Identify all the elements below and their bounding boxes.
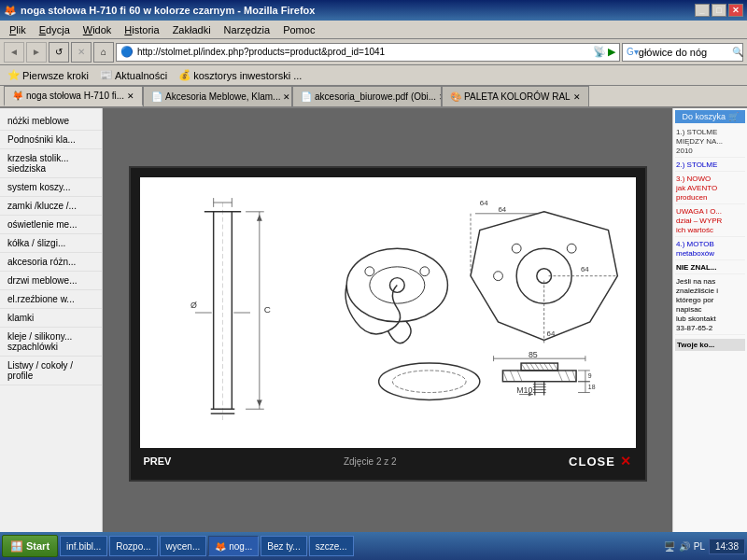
bookmark-label: kosztorys inwestorski ... bbox=[193, 70, 302, 81]
sidebar-item-el[interactable]: el.rzeźbione w... bbox=[0, 290, 102, 309]
clock: 14:38 bbox=[709, 539, 745, 554]
tab-icon: 📄 bbox=[301, 91, 312, 102]
svg-point-26 bbox=[512, 244, 521, 253]
window-title: noga stołowa H-710 fi 60 w kolorze czarn… bbox=[21, 5, 315, 16]
bookmark-aktualnosci[interactable]: 📰 Aktualności bbox=[96, 68, 171, 82]
taskbar-noga[interactable]: 🦊 nog... bbox=[208, 536, 259, 556]
search-bar[interactable]: G▾ 🔍 bbox=[622, 43, 743, 62]
svg-point-39 bbox=[392, 371, 466, 393]
address-text: http://stolmet.pl/index.php?products=pro… bbox=[137, 47, 385, 57]
taskbar-szcze[interactable]: szcze... bbox=[309, 536, 354, 556]
money-icon: 💰 bbox=[178, 69, 191, 81]
svg-point-21 bbox=[364, 267, 374, 276]
right-item-3: 3.) NOWOjak AVENTOproducen bbox=[675, 172, 745, 204]
menu-file[interactable]: Plik bbox=[4, 22, 32, 37]
tab-akcesoria[interactable]: 📄 Akcesoria Meblowe, Klam... ✕ bbox=[143, 86, 292, 106]
start-label: Start bbox=[26, 540, 49, 552]
menubar: Plik Edycja Widok Historia Zakładki Narz… bbox=[0, 21, 747, 39]
address-bar[interactable]: 🔵 http://stolmet.pl/index.php?products=p… bbox=[116, 43, 620, 62]
twoje-ko: Twoje ko... bbox=[675, 339, 745, 351]
menu-bookmarks[interactable]: Zakładki bbox=[167, 22, 217, 37]
tab-close-button[interactable]: ✕ bbox=[127, 91, 134, 101]
sidebar-item-zamki[interactable]: zamki /klucze /... bbox=[0, 197, 102, 216]
taskbar-wycen[interactable]: wycen... bbox=[160, 536, 207, 556]
tab-noga[interactable]: 🦊 noga stołowa H-710 fi... ✕ bbox=[4, 86, 143, 106]
tab-label: noga stołowa H-710 fi... bbox=[26, 91, 124, 101]
right-item-info: Jeśli na nasznaleźliście iktórego pornap… bbox=[675, 274, 745, 335]
sidebar-item-system[interactable]: system koszy... bbox=[0, 178, 102, 197]
maximize-button[interactable]: □ bbox=[712, 4, 726, 17]
search-input[interactable] bbox=[639, 47, 732, 58]
bookmarks-bar: ⭐ Pierwsze kroki 📰 Aktualności 💰 kosztor… bbox=[0, 65, 747, 86]
menu-help[interactable]: Pomoc bbox=[277, 22, 320, 37]
tab-close-button[interactable]: ✕ bbox=[283, 92, 290, 102]
menu-edit[interactable]: Edycja bbox=[34, 22, 76, 37]
bookmark-kosztorys[interactable]: 💰 kosztorys inwestorski ... bbox=[175, 68, 305, 82]
right-item-4: UWAGA I O...dział – WYPRich wartośc bbox=[675, 204, 745, 237]
svg-point-27 bbox=[567, 244, 576, 253]
sidebar-item-oswietlenie[interactable]: oświetlenie me... bbox=[0, 216, 102, 234]
star-icon: ⭐ bbox=[7, 69, 21, 81]
firefox-icon: 🦊 bbox=[4, 5, 17, 17]
tab-bar: 🦊 noga stołowa H-710 fi... ✕ 📄 Akcesoria… bbox=[0, 86, 747, 108]
sidebar-item-drzwi[interactable]: drzwi meblowe... bbox=[0, 272, 102, 290]
tab-paleta[interactable]: 🎨 PALETA KOLORÓW RAL ✕ bbox=[442, 86, 589, 106]
titlebar: 🦊 noga stołowa H-710 fi 60 w kolorze cza… bbox=[0, 0, 747, 21]
sidebar-item-kleje[interactable]: kleje / silikony...szpachlówki bbox=[0, 328, 102, 357]
sidebar-item-kolka[interactable]: kółka / ślizgi... bbox=[0, 234, 102, 253]
right-sidebar: Do koszyka 🛒 1.) STOLMEMIĘDZY NA...2010 … bbox=[672, 108, 747, 539]
tab-biurowe[interactable]: 📄 akcesoria_biurowe.pdf (Obi... ✕ bbox=[292, 86, 442, 106]
stop-button[interactable]: ✕ bbox=[71, 42, 92, 63]
forward-button[interactable]: ► bbox=[26, 42, 47, 63]
sidebar-item-krzesla[interactable]: krzesła stolik...siedziska bbox=[0, 149, 102, 178]
menu-tools[interactable]: Narzędzia bbox=[218, 22, 276, 37]
start-button[interactable]: 🪟 Start bbox=[2, 535, 58, 557]
sidebar-item-listwy[interactable]: Listwy / cokoły / profile bbox=[0, 357, 102, 385]
lightbox: Ø C bbox=[129, 166, 647, 482]
sidebar-item-nozki[interactable]: nóżki meblowe bbox=[0, 112, 102, 131]
close-label: CLOSE bbox=[569, 455, 615, 469]
svg-text:C: C bbox=[263, 304, 270, 315]
close-button[interactable]: CLOSE ✕ bbox=[569, 454, 631, 469]
sidebar-item-podnosniki[interactable]: Podnośniki kla... bbox=[0, 131, 102, 149]
tab-close-button[interactable]: ✕ bbox=[573, 92, 581, 102]
lightbox-footer: PREV Zdjęcie 2 z 2 CLOSE ✕ bbox=[140, 448, 636, 470]
svg-line-52 bbox=[553, 363, 557, 371]
close-x-icon: ✕ bbox=[620, 454, 632, 469]
sidebar-item-akcesoria[interactable]: akcesoria różn... bbox=[0, 253, 102, 272]
back-button[interactable]: ◄ bbox=[4, 42, 24, 63]
menu-view[interactable]: Widok bbox=[78, 22, 118, 37]
network-icon: 🖥️ bbox=[664, 541, 675, 552]
lightbox-overlay: Ø C bbox=[103, 108, 672, 539]
image-caption: Zdjęcie 2 z 2 bbox=[344, 456, 397, 467]
home-button[interactable]: ⌂ bbox=[93, 42, 114, 63]
tab-icon: 🦊 bbox=[12, 91, 23, 101]
tab-label: Akcesoria Meblowe, Klam... bbox=[165, 91, 280, 102]
bookmark-pierwsze[interactable]: ⭐ Pierwsze kroki bbox=[4, 68, 92, 82]
content-area: Ø C bbox=[103, 108, 672, 539]
taskbar-infbibl[interactable]: inf.bibl... bbox=[60, 536, 107, 556]
basket-btn[interactable]: Do koszyka 🛒 bbox=[675, 110, 745, 123]
search-icon[interactable]: 🔍 bbox=[732, 47, 743, 57]
sidebar-item-klamki[interactable]: klamki bbox=[0, 309, 102, 328]
page-icon: 🔵 bbox=[120, 46, 134, 58]
toolbar: ◄ ► ↺ ✕ ⌂ 🔵 http://stolmet.pl/index.php?… bbox=[0, 39, 747, 65]
svg-text:64: 64 bbox=[498, 205, 506, 214]
svg-point-28 bbox=[493, 272, 502, 281]
go-button[interactable]: ▶ bbox=[608, 46, 615, 58]
reload-button[interactable]: ↺ bbox=[49, 42, 69, 63]
taskbar-rozpo[interactable]: Rozpo... bbox=[109, 536, 157, 556]
rss-icon: 📡 bbox=[593, 46, 606, 58]
right-item-2: 2.) STOLME bbox=[675, 158, 745, 172]
prev-button[interactable]: PREV bbox=[144, 455, 172, 467]
taskbar: 🪟 Start inf.bibl... Rozpo... wycen... 🦊 … bbox=[0, 532, 747, 560]
menu-history[interactable]: Historia bbox=[119, 22, 164, 37]
taskbar-item-label: szcze... bbox=[316, 541, 347, 552]
close-window-button[interactable]: ✕ bbox=[728, 4, 743, 17]
taskbar-right: 🖥️ 🔊 PL 14:38 bbox=[664, 539, 745, 554]
bookmark-label: Pierwsze kroki bbox=[22, 70, 89, 81]
start-icon: 🪟 bbox=[10, 540, 23, 553]
minimize-button[interactable]: _ bbox=[695, 4, 710, 17]
taskbar-bezty[interactable]: Bez ty... bbox=[261, 536, 306, 556]
svg-text:18: 18 bbox=[587, 384, 595, 390]
